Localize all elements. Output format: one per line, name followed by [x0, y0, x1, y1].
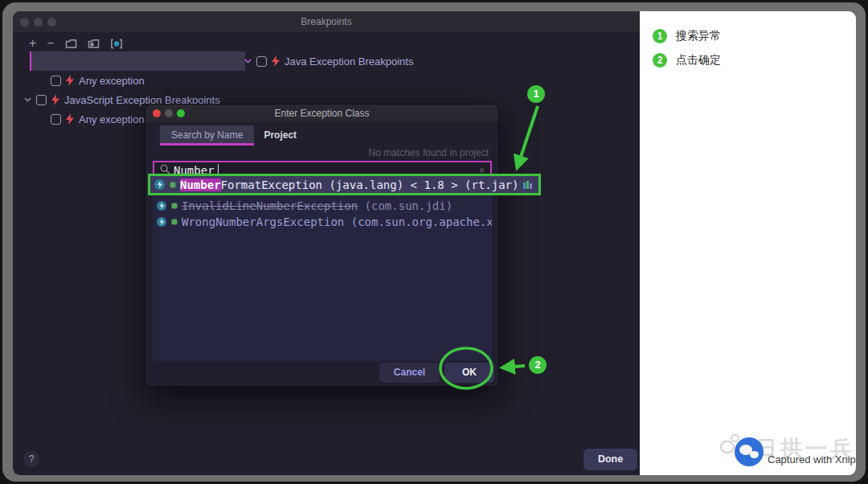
- add-breakpoint-button[interactable]: +: [29, 37, 36, 50]
- enter-exception-class-dialog: Enter Exception Class Search by Name Pro…: [145, 104, 499, 387]
- step-1-label: 搜索异常: [676, 29, 721, 43]
- window-title: Breakpoints: [13, 11, 640, 32]
- tab-project[interactable]: Project: [254, 125, 306, 145]
- chevron-down-icon[interactable]: [244, 59, 252, 64]
- done-button[interactable]: Done: [583, 449, 637, 470]
- breakpoint-bolt-icon: [51, 94, 59, 105]
- node-marker-icon: [171, 219, 178, 225]
- step-1-badge: 1: [653, 29, 667, 43]
- result-package: (com.sun.jdi): [358, 199, 452, 212]
- legend-step-1: 1 搜索异常: [653, 29, 721, 43]
- dialog-tabs: Search by Name Project: [160, 125, 306, 146]
- tree-row-any-exception-java[interactable]: Any exception: [13, 71, 640, 90]
- result-class-name: WrongNumberArgsException: [182, 215, 344, 228]
- result-package: (java.lang) < 1.8 > (rt.jar): [322, 178, 518, 191]
- screenshot-content: Breakpoints + −: [13, 11, 856, 475]
- chat-bubble-outline-icon: [720, 441, 735, 453]
- step-2-label: 点击确定: [676, 53, 721, 68]
- legend-step-2: 2 点击确定: [653, 53, 721, 68]
- group-by-class-icon[interactable]: [110, 38, 123, 50]
- status-text: No matches found in project: [369, 147, 489, 158]
- checkbox[interactable]: [36, 95, 47, 105]
- search-results-list: InvalidLineNumberException (com.sun.jdi)…: [153, 180, 492, 361]
- group-by-folder-icon[interactable]: [65, 38, 77, 50]
- class-icon: [156, 216, 167, 228]
- step-2-badge: 2: [653, 53, 667, 68]
- library-icon: [522, 179, 533, 190]
- tree-selection-highlight: [30, 51, 245, 71]
- cancel-button[interactable]: Cancel: [379, 363, 440, 383]
- help-button[interactable]: ?: [23, 451, 39, 467]
- annotation-side-panel: 1 搜索异常 2 点击确定 日拱一兵 Captured with Xnip: [640, 11, 856, 475]
- breakpoint-bolt-icon: [66, 113, 74, 125]
- breakpoints-toolbar: + −: [29, 37, 123, 50]
- wechat-logo-icon: [735, 437, 764, 466]
- search-match-highlight: Number: [180, 178, 221, 191]
- class-icon: [156, 200, 167, 211]
- node-marker-icon: [171, 203, 178, 209]
- dialog-title: Enter Exception Class: [145, 105, 498, 122]
- result-package: (com.sun.org.apache.x: [344, 215, 492, 228]
- node-marker-icon: [170, 182, 176, 188]
- result-row-wrongnumberargsexception[interactable]: WrongNumberArgsException (com.sun.org.ap…: [153, 214, 492, 230]
- class-icon: [154, 178, 166, 191]
- result-row-invalidlinenumberexception[interactable]: InvalidLineNumberException (com.sun.jdi): [153, 198, 492, 214]
- result-class-name: FormatException: [221, 178, 322, 191]
- watermark-caption: Captured with Xnip: [768, 453, 856, 466]
- tree-row-label: Java Exception Breakpoints: [285, 55, 413, 68]
- annotation-callout-2: 2: [529, 356, 547, 374]
- breakpoint-bolt-icon: [66, 75, 74, 86]
- tree-row-label: Any exception: [79, 75, 145, 87]
- tree-row-java-exception-breakpoints[interactable]: Java Exception Breakpoints: [13, 51, 640, 71]
- ok-button[interactable]: OK: [444, 363, 494, 383]
- screenshot-frame: Breakpoints + −: [2, 2, 866, 482]
- watermark: 日拱一兵 Captured with Xnip: [720, 431, 855, 473]
- breakpoints-titlebar: Breakpoints: [13, 11, 640, 32]
- group-by-file-icon[interactable]: [88, 38, 100, 50]
- result-class-name: InvalidLineNumberException: [182, 199, 358, 212]
- highlighted-result-row-numberformatexception[interactable]: NumberFormatException (java.lang) < 1.8 …: [148, 174, 541, 195]
- tab-search-by-name[interactable]: Search by Name: [160, 125, 254, 146]
- checkbox[interactable]: [51, 76, 61, 86]
- checkbox[interactable]: [51, 114, 61, 125]
- breakpoint-bolt-icon: [272, 55, 280, 67]
- tree-row-label: Any exception: [79, 113, 145, 125]
- annotation-callout-1: 1: [527, 85, 545, 103]
- chevron-down-icon[interactable]: [24, 97, 31, 102]
- dialog-titlebar: Enter Exception Class: [145, 105, 498, 122]
- checkbox[interactable]: [256, 56, 267, 67]
- remove-breakpoint-button[interactable]: −: [47, 37, 54, 50]
